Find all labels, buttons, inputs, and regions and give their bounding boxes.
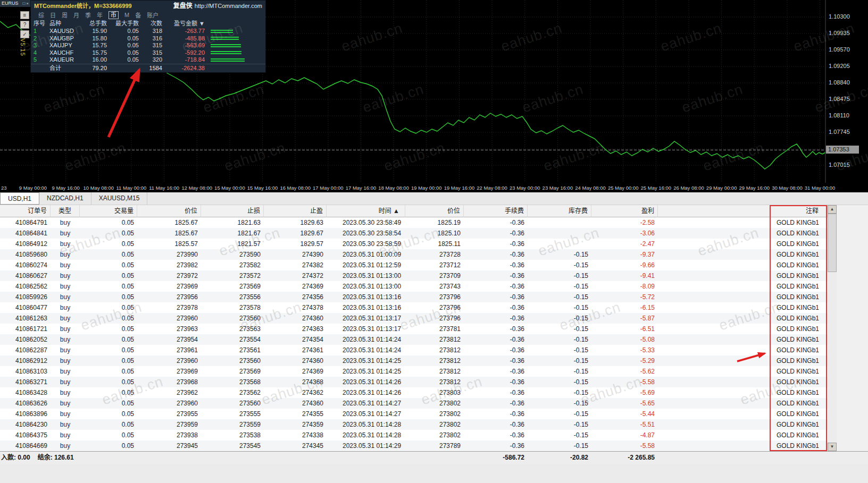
chart-tab[interactable]: NZDCAD,H1 (39, 192, 91, 205)
table-row[interactable]: 410861721buy0.052739632735632743632023.0… (0, 324, 828, 334)
stats-menu-item[interactable]: 备 (135, 11, 141, 19)
stats-col-header[interactable]: 次数 (140, 20, 164, 28)
stats-menu-item[interactable]: 账户 (147, 11, 158, 19)
stats-col-header[interactable]: 品种 (48, 20, 82, 28)
brand-url[interactable]: http://MTCommander.com (195, 3, 262, 9)
column-header-comment[interactable]: 注释 (771, 205, 828, 217)
table-row[interactable]: 410864375buy0.052739382735382743382023.0… (0, 430, 828, 440)
column-header-time[interactable]: 时间 ▲ (327, 205, 405, 217)
cell-stop-loss: 273590 (201, 249, 264, 260)
table-row[interactable]: 410864841buy0.051825.671821.671829.67202… (0, 228, 828, 239)
cell-stop-loss: 273578 (201, 302, 264, 313)
stats-maxlot: 0.05 (108, 56, 140, 64)
chart-window-titlebar[interactable]: EURUS □× (0, 0, 30, 7)
table-row[interactable]: 410864791buy0.051825.671821.631829.63202… (0, 217, 828, 228)
stats-col-header[interactable]: 总手数 (82, 20, 108, 28)
column-header-take-profit[interactable]: 止盈 (264, 205, 327, 217)
chart-tab[interactable]: USD,H1 (0, 192, 39, 205)
cell-spacer (658, 324, 771, 334)
cell-time: 2023.05.31 01:14:28 (327, 430, 405, 440)
table-row[interactable]: 410863271buy0.052739682735682743682023.0… (0, 377, 828, 387)
stats-col-header[interactable]: 最大手数 (108, 20, 140, 28)
time-axis-label: 11 May 00:00 (116, 185, 147, 191)
cell-comment: GOLD KINGb1 (771, 345, 828, 355)
cell-profit: -5.58 (591, 377, 658, 387)
column-header-volume[interactable]: 交易量 (80, 205, 137, 217)
price-axis-label: 1.09570 (829, 46, 850, 53)
table-row[interactable]: 410863428buy0.052739622735622743622023.0… (0, 387, 828, 398)
cell-profit: -5.72 (591, 292, 658, 302)
time-axis: 9 May 00:009 May 16:0010 May 08:0011 May… (0, 183, 868, 192)
column-header-profit[interactable]: 盈利 (591, 205, 658, 217)
table-row[interactable]: 410863626buy0.052739602735602743602023.0… (0, 398, 828, 409)
column-header-order[interactable]: 订单号 (0, 205, 51, 217)
stats-menu-item[interactable]: 币 (108, 11, 119, 19)
scroll-down-icon[interactable]: ▼ (828, 443, 837, 451)
cell-take-profit: 274345 (264, 440, 327, 451)
help-icon[interactable]: ? (20, 21, 29, 29)
stats-total-cell (206, 64, 265, 73)
check-icon[interactable]: ✓ (20, 30, 29, 38)
cell-time: 2023.05.31 01:13:00 (327, 281, 405, 292)
stats-menu-item[interactable]: 季 (85, 11, 91, 19)
restore-icon[interactable]: □ (22, 1, 25, 6)
cell-open-price: 273969 (137, 366, 201, 377)
stats-menu-item[interactable]: 月 (73, 11, 79, 19)
cell-close-price: 273796 (405, 313, 464, 324)
table-row[interactable]: 410863896buy0.052739552735552743552023.0… (0, 409, 828, 419)
chart-window-title: EURUS (2, 0, 19, 7)
table-row[interactable]: 410862562buy0.052739692735692743692023.0… (0, 281, 828, 292)
table-scrollbar[interactable]: ▲ ▼ (828, 205, 837, 451)
table-row[interactable]: 410860627buy0.052739722735722743722023.0… (0, 270, 828, 281)
stats-menu-item[interactable]: 周 (62, 11, 68, 19)
stats-menu-item[interactable]: 年 (97, 11, 103, 19)
stats-row[interactable]: 5XAUEUR16.000.05320-718.84 (31, 56, 265, 64)
stats-row[interactable]: 1XAUUSD15.900.05318-263.77 (31, 28, 265, 35)
column-header-type[interactable]: 类型 (51, 205, 80, 217)
cell-close-price: 273812 (405, 334, 464, 345)
column-header-swap[interactable]: 库存费 (528, 205, 591, 217)
cell-time: 2023.05.31 01:14:24 (327, 345, 405, 355)
table-row[interactable]: 410862287buy0.052739612735612743612023.0… (0, 345, 828, 355)
stats-row[interactable]: 3XAUJPY15.750.05315-563.69 (31, 42, 265, 49)
table-row[interactable]: 410862052buy0.052739542735542743542023.0… (0, 334, 828, 345)
cell-volume: 0.05 (80, 398, 137, 409)
stats-col-header[interactable]: 序号 (31, 20, 48, 28)
price-axis: 1.103001.099351.095701.092051.088401.084… (825, 0, 868, 183)
stats-menu-item[interactable]: M (124, 12, 129, 18)
stats-menu-item[interactable]: 综 (38, 11, 44, 19)
cell-open-price: 273960 (137, 313, 201, 324)
column-header-close-price[interactable]: 价位 (405, 205, 464, 217)
stats-menu-item[interactable]: 日 (50, 11, 56, 19)
table-row[interactable]: 410864230buy0.052739592735592743592023.0… (0, 419, 828, 430)
chart-tab[interactable]: XAUUSD,M15 (91, 192, 148, 205)
cell-volume: 0.05 (80, 313, 137, 324)
table-row[interactable]: 410864669buy0.052739452735452743452023.0… (0, 440, 828, 451)
table-row[interactable]: 410859680buy0.052739902735902743902023.0… (0, 249, 828, 260)
cell-swap: -0.15 (528, 440, 591, 451)
cell-order: 410860627 (0, 270, 51, 281)
cell-stop-loss: 273538 (201, 430, 264, 440)
stats-row[interactable]: 2XAUGBP15.800.05316-485.88 (31, 35, 265, 43)
table-row[interactable]: 410863103buy0.052739692735692743692023.0… (0, 366, 828, 377)
column-header-open-price[interactable]: 价位 (137, 205, 201, 217)
table-row[interactable]: 410862912buy0.052739602735602743602023.0… (0, 355, 828, 366)
stats-col-header[interactable]: 盈亏金额 ▼ (164, 20, 206, 28)
table-row[interactable]: 410860477buy0.052739782735782743782023.0… (0, 302, 828, 313)
scroll-up-icon[interactable]: ▲ (828, 205, 837, 214)
table-row[interactable]: 410861263buy0.052739602735602743602023.0… (0, 313, 828, 324)
scroll-thumb[interactable] (828, 214, 837, 272)
table-row[interactable]: 410860274buy0.052739822735822743822023.0… (0, 260, 828, 270)
cell-take-profit: 274378 (264, 302, 327, 313)
column-header-spacer[interactable] (658, 205, 771, 217)
table-row[interactable]: 410859926buy0.052739562735562743562023.0… (0, 292, 828, 302)
cell-profit: -5.69 (591, 387, 658, 398)
cell-comment: GOLD KINGb1 (771, 398, 828, 409)
close-icon[interactable]: × (26, 1, 29, 6)
chart-list-icon[interactable]: ≡ (20, 11, 29, 19)
table-row[interactable]: 410864912buy0.051825.571821.571829.57202… (0, 239, 828, 249)
column-header-commission[interactable]: 手续费 (464, 205, 528, 217)
column-header-stop-loss[interactable]: 止损 (201, 205, 264, 217)
stats-row[interactable]: 4XAUCHF15.750.05315-592.20 (31, 49, 265, 57)
stats-maxlot: 0.05 (108, 49, 140, 57)
